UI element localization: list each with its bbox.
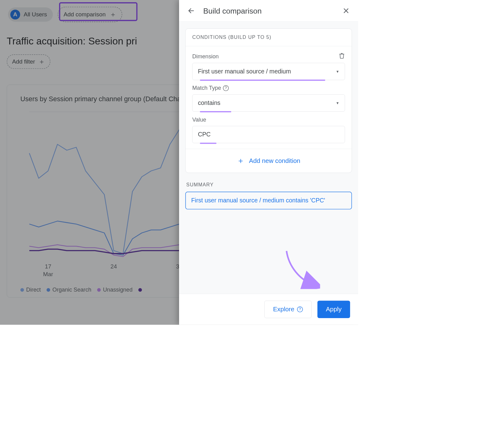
trash-icon <box>339 52 345 59</box>
chevron-down-icon: ▼ <box>336 69 339 73</box>
explore-label: Explore <box>273 306 295 313</box>
summary-box: First user manual source / medium contai… <box>185 192 352 209</box>
dimension-label: Dimension <box>192 53 219 59</box>
add-condition-label: Add new condition <box>249 157 300 164</box>
add-condition-button[interactable]: ＋ Add new condition <box>186 149 352 173</box>
apply-button[interactable]: Apply <box>317 301 350 318</box>
match-type-select[interactable]: contains ▼ <box>192 94 345 112</box>
value-text: CPC <box>198 131 211 138</box>
help-icon[interactable]: ? <box>297 306 303 312</box>
match-type-label: Match Type ? <box>192 85 345 91</box>
close-icon <box>343 7 350 14</box>
value-input[interactable]: CPC <box>192 126 345 143</box>
arrow-left-icon <box>188 7 195 14</box>
panel-title: Build comparison <box>203 6 334 15</box>
dimension-select[interactable]: First user manual source / medium ▼ <box>192 63 345 80</box>
help-icon[interactable]: ? <box>223 85 229 91</box>
panel-footer: Explore ? Apply <box>179 294 358 325</box>
value-label: Value <box>192 116 345 123</box>
explore-button[interactable]: Explore ? <box>264 301 312 318</box>
conditions-card: CONDITIONS (BUILD UP TO 5) Dimension Fir… <box>185 28 352 173</box>
plus-icon: ＋ <box>237 156 245 166</box>
delete-condition-button[interactable] <box>339 52 345 60</box>
panel-header: Build comparison <box>179 0 358 22</box>
close-button[interactable] <box>341 5 351 16</box>
conditions-header: CONDITIONS (BUILD UP TO 5) <box>186 29 352 46</box>
back-button[interactable] <box>186 5 197 16</box>
chevron-down-icon: ▼ <box>336 101 339 105</box>
summary-header: SUMMARY <box>185 182 352 188</box>
match-type-value: contains <box>198 100 220 106</box>
build-comparison-panel: Build comparison CONDITIONS (BUILD UP TO… <box>179 0 358 325</box>
apply-label: Apply <box>326 306 342 313</box>
dimension-value: First user manual source / medium <box>198 68 291 75</box>
